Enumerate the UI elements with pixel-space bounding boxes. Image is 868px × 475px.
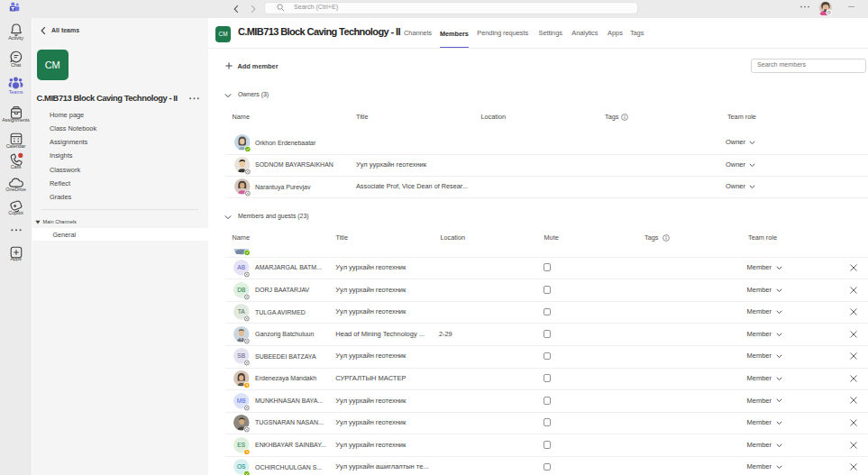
svg-text:DB: DB (237, 287, 246, 293)
svg-text:ES: ES (237, 442, 245, 448)
svg-text:MB: MB (236, 397, 245, 404)
svg-text:AB: AB (237, 264, 245, 270)
svg-text:OS: OS (236, 463, 245, 470)
svg-text:SB: SB (237, 352, 245, 359)
svg-text:TA: TA (237, 308, 245, 315)
